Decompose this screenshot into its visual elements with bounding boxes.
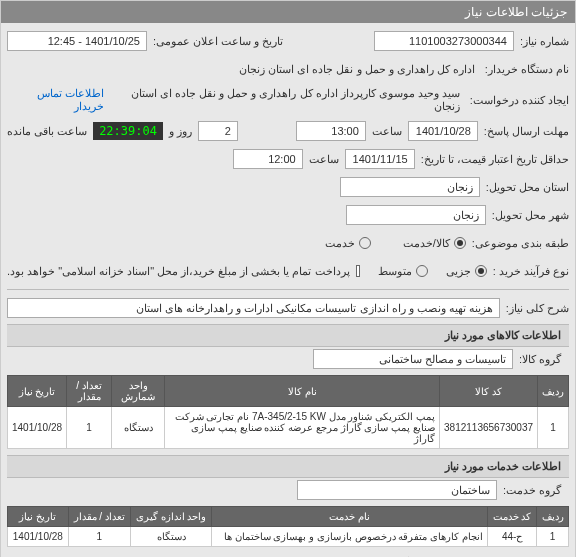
- buyer-org-label: نام دستگاه خریدار:: [485, 63, 569, 76]
- buyer-province-label: استان محل تحویل:: [486, 181, 569, 194]
- price-deadline-time: 12:00: [233, 149, 303, 169]
- category-goods-service-radio[interactable]: کالا/خدمت: [403, 237, 466, 250]
- treasury-checkbox[interactable]: [356, 265, 361, 277]
- goods-unit: دستگاه: [112, 407, 165, 449]
- service-label: خدمت: [325, 237, 355, 250]
- need-details-panel: جزئیات اطلاعات نیاز شماره نیاز: 11010032…: [0, 0, 576, 557]
- hour-label-2: ساعت: [309, 153, 339, 166]
- goods-th-name: نام کالا: [165, 376, 440, 407]
- goods-table: ردیف کد کالا نام کالا واحد شمارش تعداد /…: [7, 375, 569, 449]
- goods-name: پمپ الکتریکی شناور مدل 7A-345/2-15 KW نا…: [165, 407, 440, 449]
- buyer-city-label: شهر محل تحویل:: [492, 209, 569, 222]
- panel-body: شماره نیاز: 1101003273000344 تاریخ و ساع…: [1, 23, 575, 557]
- purchase-type-label: نوع فرآیند خرید :: [493, 265, 569, 278]
- service-group-label: گروه خدمت:: [503, 484, 561, 497]
- goods-group-label: گروه کالا:: [519, 353, 561, 366]
- services-table: ردیف کد خدمت نام خدمت واحد اندازه گیری ت…: [7, 506, 569, 547]
- panel-title: جزئیات اطلاعات نیاز: [1, 1, 575, 23]
- goods-info-title: اطلاعات کالاهای مورد نیاز: [7, 324, 569, 347]
- need-number-label: شماره نیاز:: [520, 35, 569, 48]
- public-datetime-field: 1401/10/25 - 12:45: [7, 31, 147, 51]
- purchase-type-medium-radio[interactable]: متوسط: [378, 265, 428, 278]
- public-datetime-label: تاریخ و ساعت اعلان عمومی:: [153, 35, 283, 48]
- svc-code: ح-44: [488, 527, 537, 547]
- radio-unchecked-icon: [359, 237, 371, 249]
- need-number-field: 1101003273000344: [374, 31, 514, 51]
- goods-th-date: تاریخ نیاز: [8, 376, 67, 407]
- radio-checked-icon: [454, 237, 466, 249]
- buyer-org-value: اداره کل راهداری و حمل و نقل جاده ای است…: [235, 61, 479, 78]
- goods-date: 1401/10/28: [8, 407, 67, 449]
- send-deadline-label: مهلت ارسال پاسخ:: [484, 125, 569, 138]
- countdown-timer: 22:39:04: [93, 122, 163, 140]
- medium-label: متوسط: [378, 265, 412, 278]
- svc-name: انجام کارهای متفرقه درخصوص بازسازی و بهس…: [212, 527, 488, 547]
- table-row: 1 ح-44 انجام کارهای متفرقه درخصوص بازساز…: [8, 527, 569, 547]
- service-group-field: ساختمان: [297, 480, 497, 500]
- day-and-label: روز و: [169, 125, 192, 138]
- price-deadline-date: 1401/11/15: [345, 149, 415, 169]
- svc-unit: دستگاه: [130, 527, 212, 547]
- days-left-field: 2: [198, 121, 238, 141]
- hour-label-1: ساعت: [372, 125, 402, 138]
- services-info-title: اطلاعات خدمات مورد نیاز: [7, 455, 569, 478]
- buyer-city-field: زنجان: [346, 205, 486, 225]
- goods-th-code: کد کالا: [440, 376, 538, 407]
- request-creator-label: ایجاد کننده درخواست:: [470, 94, 569, 107]
- svc-th-unit: واحد اندازه گیری: [130, 507, 212, 527]
- buyer-contact-link[interactable]: اطلاعات تماس خریدار: [7, 87, 104, 113]
- goods-th-idx: ردیف: [538, 376, 569, 407]
- svc-idx: 1: [537, 527, 569, 547]
- send-deadline-time: 13:00: [296, 121, 366, 141]
- goods-service-label: کالا/خدمت: [403, 237, 450, 250]
- general-desc-label: شرح کلی نیاز:: [506, 302, 569, 315]
- partial-label: جزیی: [446, 265, 471, 278]
- svc-th-code: کد خدمت: [488, 507, 537, 527]
- goods-th-qty: تعداد / مقدار: [67, 376, 112, 407]
- svc-th-date: تاریخ نیاز: [8, 507, 69, 527]
- goods-code: 3812113656730037: [440, 407, 538, 449]
- request-creator-value: سید وحید موسوی کارپرداز اداره کل راهداری…: [110, 85, 464, 115]
- payment-note-label: پرداخت تمام یا بخشی از مبلغ خرید،از محل …: [7, 265, 350, 278]
- radio-checked-icon: [475, 265, 487, 277]
- send-deadline-date: 1401/10/28: [408, 121, 478, 141]
- svc-th-qty: تعداد / مقدار: [68, 507, 130, 527]
- category-service-radio[interactable]: خدمت: [325, 237, 371, 250]
- general-desc-field: هزینه تهیه ونصب و راه اندازی تاسیسات مکا…: [7, 298, 500, 318]
- svc-th-idx: ردیف: [537, 507, 569, 527]
- goods-idx: 1: [538, 407, 569, 449]
- table-row: 1 3812113656730037 پمپ الکتریکی شناور مد…: [8, 407, 569, 449]
- buyer-province-field: زنجان: [340, 177, 480, 197]
- purchase-type-partial-radio[interactable]: جزیی: [446, 265, 487, 278]
- expert-phone-label: شماره تماس کارشناس جهت پاسخگویی به سوالا…: [7, 553, 569, 557]
- radio-unchecked-icon: [416, 265, 428, 277]
- goods-th-unit: واحد شمارش: [112, 376, 165, 407]
- price-deadline-label: حداقل تاریخ اعتبار قیمت، تا تاریخ:: [421, 153, 569, 166]
- goods-group-field: تاسیسات و مصالح ساختمانی: [313, 349, 513, 369]
- goods-qty: 1: [67, 407, 112, 449]
- svc-qty: 1: [68, 527, 130, 547]
- svc-th-name: نام خدمت: [212, 507, 488, 527]
- remaining-label: ساعت باقی مانده: [7, 125, 87, 138]
- category-label: طبقه بندی موضوعی:: [472, 237, 569, 250]
- svc-date: 1401/10/28: [8, 527, 69, 547]
